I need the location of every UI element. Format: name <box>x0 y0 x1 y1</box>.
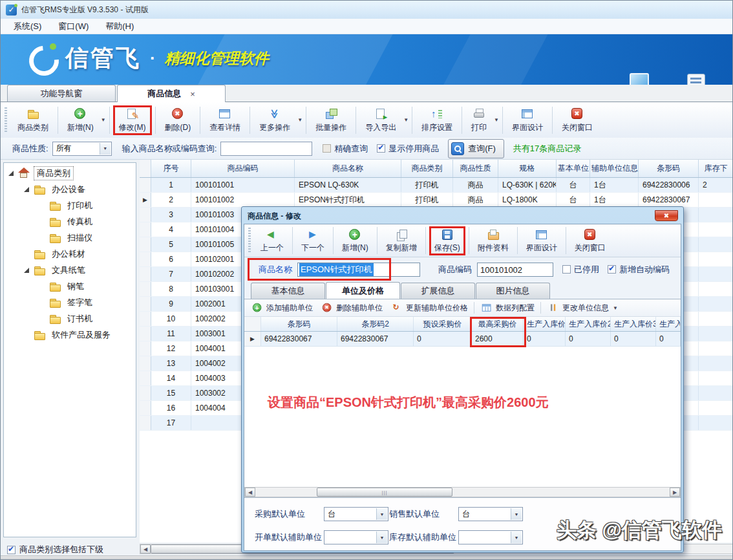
tree-item-订书机[interactable]: 订书机 <box>4 310 136 327</box>
toolbar-button-[interactable]: 附件资料 <box>473 227 514 255</box>
toolbar-button-[interactable]: 商品类别 <box>12 105 54 135</box>
search-button[interactable]: 查询(F) <box>448 139 504 158</box>
field-select[interactable]: 台▼ <box>324 507 388 521</box>
unit-column-header-条形码2[interactable]: 条形码2 <box>337 317 414 331</box>
expanded-arrow-icon[interactable] <box>24 187 29 192</box>
unit-column-header-条形码[interactable]: 条形码 <box>261 317 337 331</box>
chevron-down-icon[interactable]: ▼ <box>100 143 111 155</box>
column-header-辅助单位信息[interactable]: 辅助单位信息 <box>590 160 639 177</box>
menu-item-S[interactable]: 系统(S) <box>7 19 48 34</box>
toolbar-button-[interactable]: 上一个 <box>255 227 289 255</box>
toolbar-button-[interactable]: 界面设计 <box>521 227 562 255</box>
menu-item-W[interactable]: 窗口(W) <box>52 19 95 34</box>
chevron-down-icon[interactable]: ▼ <box>101 117 106 123</box>
tab-商品信息[interactable]: 商品信息× <box>117 85 226 102</box>
toolbar-button-[interactable]: 更多操作 <box>253 105 296 135</box>
column-header-商品性质[interactable]: 商品性质 <box>453 160 498 177</box>
column-header-条形码[interactable]: 条形码 <box>639 160 699 177</box>
dialog-tab-基本信息[interactable]: 基本信息 <box>251 283 325 299</box>
banner-shortcut-grid[interactable]: 单据中心 <box>678 73 714 85</box>
tree-item-办公设备[interactable]: 办公设备 <box>4 181 136 197</box>
toolbar-button-[interactable]: 关闭窗口 <box>556 105 599 135</box>
query-input[interactable] <box>220 142 312 156</box>
banner-shortcut-monitor[interactable]: 我的工作台 <box>616 73 661 85</box>
column-header-商品类别[interactable]: 商品类别 <box>401 160 453 177</box>
tree-item-扫描仪[interactable]: 扫描仪 <box>4 230 136 246</box>
menu-item-H[interactable]: 帮助(H) <box>99 19 140 34</box>
toolbar-button-[interactable]: 查看详情 <box>204 105 246 135</box>
tree-item-软件产品及服务[interactable]: 软件产品及服务 <box>4 327 136 343</box>
tree-item-办公耗材[interactable]: 办公耗材 <box>4 246 136 262</box>
scroll-left-icon[interactable]: ◀ <box>140 544 151 554</box>
tree-item-签字笔[interactable]: 签字笔 <box>4 294 136 310</box>
tab-功能导航窗[interactable]: 功能导航窗 <box>7 85 116 102</box>
tree-item-传真机[interactable]: 传真机 <box>4 213 136 230</box>
toolbar-button-[interactable]: 下一个 <box>296 227 330 255</box>
toolbar-button-S[interactable]: 保存(S) <box>429 226 465 255</box>
unit-toolbar-button-更改单位信息[interactable]: 更改单位信息▼ <box>543 301 622 314</box>
chevron-down-icon[interactable]: ▼ <box>376 532 387 543</box>
tree-item-文具纸笔[interactable]: 文具纸笔 <box>4 262 136 278</box>
dialog-tab-扩展信息[interactable]: 扩展信息 <box>401 283 475 299</box>
nature-select[interactable]: 所有 ▼ <box>52 142 112 156</box>
dialog-tab-单位及价格[interactable]: 单位及价格 <box>326 282 400 299</box>
toolbar-button-N[interactable]: 新增(N) <box>337 227 374 255</box>
expanded-arrow-icon[interactable] <box>24 268 29 273</box>
dialog-tab-图片信息[interactable]: 图片信息 <box>476 283 550 299</box>
column-header-商品名称[interactable]: 商品名称 <box>295 160 401 177</box>
dialog-close-button[interactable]: ✖ <box>655 210 678 221</box>
unit-column-header-生产入库价3[interactable]: 生产入库价3 <box>611 317 656 331</box>
tree-item-商品类别[interactable]: 商品类别 <box>4 165 136 181</box>
disabled-checkbox[interactable] <box>562 265 571 274</box>
scroll-right-icon[interactable]: ▶ <box>670 488 680 497</box>
toolbar-button-[interactable]: 打印 <box>465 105 493 135</box>
unit-toolbar-button-删除辅助单位[interactable]: 删除辅助单位 <box>317 301 387 314</box>
toolbar-button-[interactable]: 批量操作 <box>310 105 352 135</box>
unit-column-header-生产入库价[interactable]: 生产入库价 <box>524 317 566 331</box>
chevron-down-icon[interactable]: ▼ <box>494 117 499 123</box>
table-row[interactable]: 1100101001EPSON LQ-630K打印机商品LQ-630K | 62… <box>140 178 733 193</box>
product-code-input[interactable]: 100101002 <box>477 263 553 277</box>
column-header-商品编码[interactable]: 商品编码 <box>191 160 295 177</box>
column-header-序号[interactable]: 序号 <box>151 160 191 177</box>
exact-checkbox[interactable] <box>323 144 331 153</box>
unit-column-header-生产入[interactable]: 生产入 <box>656 317 681 331</box>
unit-column-header-生产入库价2[interactable]: 生产入库价2 <box>566 317 611 331</box>
toolbar-button-[interactable]: 复制新增 <box>381 227 422 255</box>
unit-toolbar-button-添加辅助单位[interactable]: 添加辅助单位 <box>247 301 317 314</box>
chevron-down-icon[interactable]: ▼ <box>511 508 522 520</box>
chevron-down-icon[interactable]: ▼ <box>403 117 409 123</box>
tree-item-钢笔[interactable]: 钢笔 <box>4 278 136 294</box>
unit-column-header-预设采购价[interactable]: 预设采购价 <box>414 317 472 331</box>
autocode-checkbox[interactable] <box>608 265 616 274</box>
field-select[interactable]: 台▼ <box>458 507 523 521</box>
unit-table-row[interactable]: ▶6942283006769422830067026000000 <box>244 332 681 347</box>
column-header-库存下[interactable]: 库存下 <box>699 160 733 177</box>
toolbar-button-[interactable]: 排序设置 <box>416 105 458 135</box>
table-row[interactable]: ▶2100101002EPSON针式打印机打印机商品LQ-1800K台1台694… <box>140 193 733 208</box>
include-children-checkbox[interactable] <box>7 546 16 554</box>
toolbar-button-D[interactable]: 删除(D) <box>159 105 197 135</box>
unit-toolbar-button-数据列配置[interactable]: 数据列配置 <box>476 301 538 314</box>
show-disabled-checkbox[interactable] <box>377 144 385 153</box>
scroll-left-icon[interactable]: ◀ <box>245 488 255 497</box>
toolbar-button-[interactable]: 导入导出 <box>359 105 402 135</box>
column-header-规格[interactable]: 规格 <box>498 160 557 177</box>
tree-item-打印机[interactable]: 打印机 <box>4 197 136 213</box>
column-header-基本单位[interactable]: 基本单位 <box>557 160 590 177</box>
chevron-down-icon[interactable]: ▼ <box>613 305 618 311</box>
field-select[interactable]: ▼ <box>324 530 388 544</box>
field-select[interactable]: ▼ <box>458 530 523 544</box>
chevron-down-icon[interactable]: ▼ <box>376 508 387 520</box>
expanded-arrow-icon[interactable] <box>8 171 14 176</box>
scrollbar-thumb[interactable]: ||| <box>317 488 452 497</box>
unit-table-h-scrollbar[interactable]: ◀ ||| ▶ <box>244 487 681 497</box>
unit-toolbar-button-更新辅助单位价格[interactable]: 更新辅助单位价格 <box>387 301 472 314</box>
toolbar-button-M[interactable]: 修改(M) <box>113 105 152 135</box>
chevron-down-icon[interactable]: ▼ <box>511 532 522 543</box>
toolbar-button-N[interactable]: 新增(N) <box>61 105 100 135</box>
toolbar-button-[interactable]: 关闭窗口 <box>569 227 611 255</box>
tab-close-icon[interactable]: × <box>190 89 195 99</box>
chevron-down-icon[interactable]: ▼ <box>297 117 303 123</box>
toolbar-button-[interactable]: 界面设计 <box>506 105 549 135</box>
